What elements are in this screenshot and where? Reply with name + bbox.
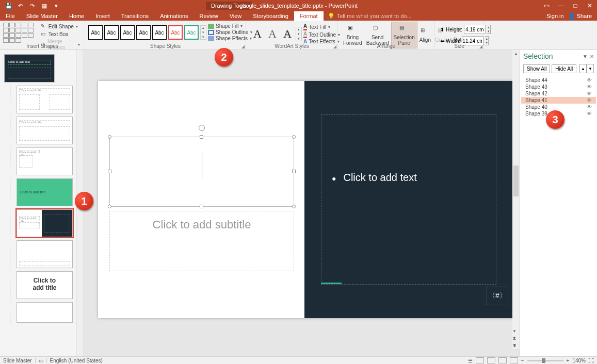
resize-handle[interactable] [108,205,111,208]
visibility-icon[interactable]: 👁 [587,111,592,117]
layout-thumbnail[interactable]: Click to add title [17,117,73,144]
tab-file[interactable]: File [0,11,21,21]
content-placeholder[interactable]: ● Click to add text [321,114,496,285]
notes-icon[interactable]: ☰ [468,358,473,363]
layout-thumbnail[interactable] [17,302,73,323]
edit-shape-button[interactable]: ✎Edit Shape▾ [39,23,82,30]
resize-handle[interactable] [200,135,203,139]
style-swatch[interactable]: Abc [168,25,183,40]
subtitle-placeholder[interactable]: Click to add subtitle [109,211,294,271]
tell-me-search[interactable]: 💡 Tell me what you want to do... [328,13,412,20]
shape-list-item[interactable]: Shape 43👁 [521,84,596,90]
tab-review[interactable]: Review [194,11,224,21]
layout-thumbnail-green[interactable]: Click to add title [17,178,73,206]
pane-dropdown-icon[interactable]: ▼ [583,54,588,59]
share-button[interactable]: 👤 Share [568,13,592,20]
rotate-handle-icon[interactable] [199,125,205,131]
zoom-level[interactable]: 140% [572,358,586,363]
tab-storyboarding[interactable]: Storyboarding [247,11,294,21]
style-swatch[interactable]: Abc [88,25,103,40]
scroll-down-icon[interactable]: ▼ [512,327,517,335]
dialog-launcher-icon[interactable]: ◢ [241,44,245,49]
ribbon-display-icon[interactable]: ▭ [539,0,554,11]
gallery-more-icon[interactable]: ▴▾▾ [296,27,302,41]
wordart-gallery[interactable]: A A A ▴▾▾ [249,22,302,44]
zoom-slider[interactable] [527,360,563,361]
redo-icon[interactable]: ↷ [29,3,36,9]
fit-to-window-icon[interactable]: ⛶ [589,358,594,363]
slide-thumbnail-panel[interactable]: Click to add title Click to add title Cl… [0,50,76,356]
scrollbar-thumb[interactable] [513,166,519,196]
move-down-icon[interactable]: ▼ [587,64,594,73]
layout-thumbnail[interactable]: Click to add title [17,147,73,175]
visibility-icon[interactable]: 👁 [587,84,592,90]
layout-thumbnail[interactable]: Click to add title [17,86,73,113]
save-icon[interactable]: 💾 [5,3,12,9]
normal-view-icon[interactable] [476,357,484,363]
sorter-view-icon[interactable] [487,357,495,363]
status-language[interactable]: English (United States) [50,358,103,363]
resize-handle[interactable] [292,135,296,139]
zoom-knob[interactable] [542,358,545,363]
visibility-icon[interactable]: 👁 [587,91,592,96]
layout-thumbnail[interactable]: Click to add title [17,271,73,299]
slide-number-placeholder[interactable]: 〈#〉 [487,287,508,305]
undo-icon[interactable]: ↶ [17,3,24,9]
gallery-more-icon[interactable]: ▴▾▾ [200,25,206,40]
layout-thumbnail[interactable] [17,240,73,268]
minimize-icon[interactable]: — [554,0,568,11]
tab-insert[interactable]: Insert [90,11,116,21]
resize-handle[interactable] [292,205,296,208]
text-box-button[interactable]: ▭Text Box [39,30,82,38]
qat-more-icon[interactable]: ▾ [53,3,59,9]
hide-all-button[interactable]: Hide All [552,64,576,73]
resize-handle[interactable] [200,205,203,208]
shape-list-item[interactable]: Shape 42👁 [521,90,596,97]
width-spinner[interactable]: ▲▼ [485,36,489,45]
zoom-in-icon[interactable]: + [567,358,570,363]
wordart-style[interactable]: A [266,27,279,41]
dialog-launcher-icon[interactable]: ◢ [333,44,336,49]
height-control[interactable]: ⬍ Height: ▲▼ [440,25,478,34]
style-swatch[interactable]: Abc [120,25,135,40]
slide-canvas[interactable]: ● Click to add text 〈#〉 Click to a [83,50,520,356]
tab-animations[interactable]: Animations [154,11,193,21]
zoom-out-icon[interactable]: − [521,358,524,363]
close-icon[interactable]: ✕ [583,0,597,11]
resize-handle[interactable] [108,170,111,173]
tab-home[interactable]: Home [63,11,90,21]
maximize-icon[interactable]: □ [568,0,583,11]
style-swatch[interactable]: Abc [104,25,119,40]
accessibility-icon[interactable]: ▭ [39,358,43,363]
tab-format[interactable]: Format [294,11,324,21]
dialog-launcher-icon[interactable]: ◢ [479,44,482,49]
pane-close-icon[interactable]: ✕ [590,54,594,59]
scroll-up-icon[interactable]: ▲ [512,50,520,57]
shape-styles-gallery[interactable]: Abc Abc Abc Abc Abc Abc Abc ▴▾▾ [88,22,206,41]
start-slideshow-icon[interactable]: ▦ [41,3,47,9]
style-swatch[interactable]: Abc [184,25,199,40]
shape-list-item[interactable]: Shape 40👁 [521,104,596,110]
wordart-style[interactable]: A [251,27,264,41]
reading-view-icon[interactable] [498,357,507,363]
vertical-scrollbar[interactable]: ▲ ▼ ⯭ ⯯ [512,50,520,349]
shapes-gallery[interactable] [3,22,39,42]
style-swatch[interactable]: Abc [136,25,151,40]
tab-view[interactable]: View [224,11,248,21]
master-thumbnail[interactable]: Click to add title [4,54,55,82]
layout-thumbnail-selected[interactable]: Click to add title [17,209,73,237]
shape-list-item[interactable]: Shape 41👁 [521,97,596,104]
style-swatch[interactable]: Abc [152,25,167,40]
text-fill-button[interactable]: AText Fill▾ [303,23,340,30]
title-placeholder-selected[interactable] [109,137,294,207]
show-all-button[interactable]: Show All [523,64,550,73]
sign-in-link[interactable]: Sign in [546,13,564,19]
prev-slide-icon[interactable]: ⯭ [512,335,517,342]
resize-handle[interactable] [292,170,296,173]
resize-handle[interactable] [108,135,111,139]
height-input[interactable] [464,25,486,34]
tab-transitions[interactable]: Transitions [116,11,154,21]
height-spinner[interactable]: ▲▼ [487,25,491,34]
tab-slide-master[interactable]: Slide Master [21,11,63,21]
wordart-style[interactable]: A [281,27,294,41]
